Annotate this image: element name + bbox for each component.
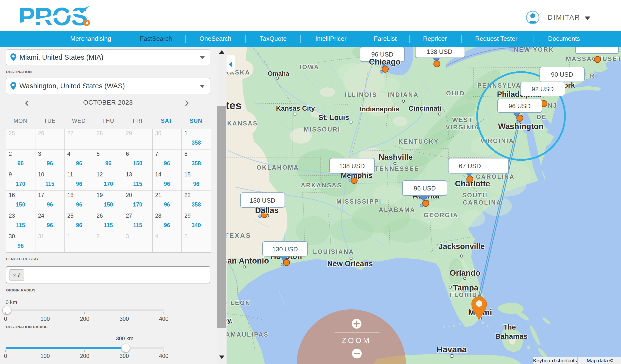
svg-text:NEW YORK: NEW YORK bbox=[514, 47, 554, 53]
svg-text:96 USD: 96 USD bbox=[508, 103, 531, 110]
svg-text:The: The bbox=[503, 323, 516, 331]
svg-text:OHIO: OHIO bbox=[446, 90, 465, 97]
svg-text:TEXAS: TEXAS bbox=[226, 232, 251, 239]
svg-text:IOWA: IOWA bbox=[300, 64, 319, 70]
svg-text:Washington: Washington bbox=[498, 122, 544, 131]
svg-text:MISSOURI: MISSOURI bbox=[304, 126, 341, 133]
svg-text:Nashville: Nashville bbox=[379, 153, 413, 161]
svg-text:90 USD: 90 USD bbox=[551, 71, 573, 78]
svg-text:96 USD: 96 USD bbox=[371, 51, 393, 58]
svg-text:St. Louis: St. Louis bbox=[318, 113, 349, 121]
svg-text:LOUISIANA: LOUISIANA bbox=[313, 248, 354, 255]
svg-text:67 USD: 67 USD bbox=[459, 162, 481, 170]
svg-text:Chicago: Chicago bbox=[369, 57, 400, 66]
svg-text:CAROLINA: CAROLINA bbox=[463, 199, 502, 206]
svg-text:Omaha: Omaha bbox=[268, 70, 289, 77]
svg-text:KANSAS: KANSAS bbox=[227, 120, 258, 127]
svg-text:ZOOM: ZOOM bbox=[342, 336, 371, 345]
svg-text:New Orleans: New Orleans bbox=[327, 260, 373, 268]
svg-text:GEORGIA: GEORGIA bbox=[424, 212, 458, 218]
svg-text:Map data ©: Map data © bbox=[587, 358, 613, 363]
svg-text:INDIANA: INDIANA bbox=[388, 91, 419, 98]
svg-text:TENNESSEE: TENNESSEE bbox=[375, 165, 419, 172]
svg-text:Indianapolis: Indianapolis bbox=[360, 105, 399, 113]
svg-text:NJ: NJ bbox=[548, 102, 557, 109]
svg-text:VIRGINIA: VIRGINIA bbox=[446, 124, 479, 131]
svg-text:Dallas: Dallas bbox=[255, 206, 278, 215]
svg-text:ARKANSAS: ARKANSAS bbox=[301, 182, 342, 189]
svg-text:MISSISSIPPI: MISSISSIPPI bbox=[336, 198, 381, 205]
svg-text:OKLAHOMA: OKLAHOMA bbox=[256, 164, 299, 171]
svg-text:tes: tes bbox=[226, 99, 242, 112]
svg-text:O LEON: O LEON bbox=[226, 299, 251, 306]
svg-text:KENTUCKY: KENTUCKY bbox=[398, 138, 439, 145]
svg-text:Memphis: Memphis bbox=[341, 171, 372, 179]
svg-text:San Antonio: San Antonio bbox=[226, 256, 269, 265]
svg-text:RI: RI bbox=[590, 72, 598, 79]
svg-text:SOUTH: SOUTH bbox=[462, 192, 488, 198]
svg-text:Kansas City: Kansas City bbox=[276, 104, 315, 112]
svg-text:130 USD: 130 USD bbox=[272, 245, 298, 253]
svg-text:Cincinnati: Cincinnati bbox=[409, 104, 441, 112]
svg-text:92 USD: 92 USD bbox=[532, 86, 553, 93]
svg-text:Tampa: Tampa bbox=[453, 283, 479, 292]
svg-text:Keyboard shortcuts: Keyboard shortcuts bbox=[533, 358, 577, 363]
svg-text:WEST: WEST bbox=[452, 117, 473, 123]
svg-text:TAMAULIPAS: TAMAULIPAS bbox=[226, 331, 269, 338]
svg-text:96 USD: 96 USD bbox=[414, 185, 436, 192]
svg-text:Bahamas: Bahamas bbox=[495, 332, 527, 340]
svg-text:DE: DE bbox=[536, 114, 547, 120]
svg-text:Jacksonville: Jacksonville bbox=[439, 242, 485, 251]
svg-text:138 USD: 138 USD bbox=[339, 162, 365, 170]
svg-text:ALABAMA: ALABAMA bbox=[379, 206, 415, 213]
svg-text:Orlando: Orlando bbox=[450, 268, 481, 277]
svg-text:Havana: Havana bbox=[437, 345, 467, 354]
svg-text:MASSACHUSETTS: MASSACHUSETTS bbox=[566, 55, 621, 62]
svg-text:138 USD: 138 USD bbox=[427, 48, 452, 55]
svg-text:ILLINOIS: ILLINOIS bbox=[345, 91, 377, 98]
svg-text:130 USD: 130 USD bbox=[250, 197, 275, 204]
svg-text:rrey.: rrey. bbox=[226, 316, 233, 324]
